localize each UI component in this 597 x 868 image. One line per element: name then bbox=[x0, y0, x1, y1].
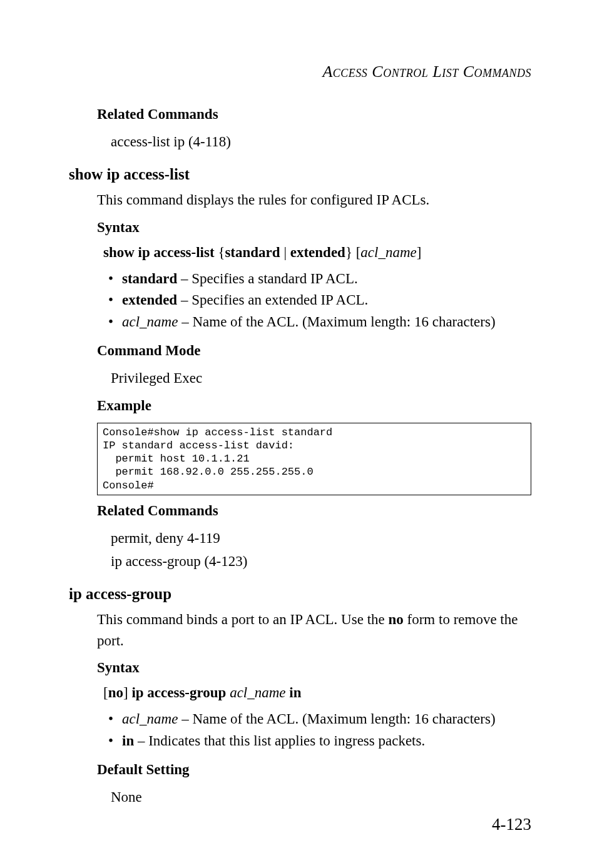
example-heading: Example bbox=[97, 398, 531, 414]
related-commands-text-1: access-list ip (4-118) bbox=[111, 131, 531, 152]
list-item: standard – Specifies a standard IP ACL. bbox=[122, 268, 531, 290]
syntax-bullets-2: acl_name – Name of the ACL. (Maximum len… bbox=[122, 709, 531, 752]
related-commands-line-1: permit, deny 4-119 bbox=[111, 528, 531, 548]
syntax-bullets-1: standard – Specifies a standard IP ACL. … bbox=[122, 268, 531, 333]
syntax-brace-open: { bbox=[215, 245, 225, 260]
syntax-aclname-2: acl_name bbox=[230, 685, 285, 700]
page-number: 4-123 bbox=[492, 815, 531, 834]
related-commands-heading-1: Related Commands bbox=[97, 106, 531, 123]
syntax-line-2: [no] ip access-group acl_name in bbox=[103, 685, 531, 701]
list-item: acl_name – Name of the ACL. (Maximum len… bbox=[122, 709, 531, 730]
syntax-no: no bbox=[108, 685, 123, 700]
bullet-text: – Specifies a standard IP ACL. bbox=[177, 271, 358, 286]
syntax-pipe: | bbox=[280, 245, 290, 260]
syntax-close-bracket: ] bbox=[417, 245, 422, 260]
command-description-1: This command displays the rules for conf… bbox=[97, 189, 531, 210]
default-setting-text: None bbox=[111, 787, 531, 807]
syntax-heading-1: Syntax bbox=[97, 220, 531, 236]
bullet-text: – Specifies an extended IP ACL. bbox=[177, 292, 368, 308]
default-setting-heading: Default Setting bbox=[97, 762, 531, 778]
page-container: Access Control List Commands Related Com… bbox=[0, 0, 597, 868]
list-item: in – Indicates that this list applies to… bbox=[122, 730, 531, 752]
running-header: Access Control List Commands bbox=[97, 63, 531, 81]
desc-part1: This command binds a port to an IP ACL. … bbox=[97, 612, 388, 627]
syntax-brace-close: } [ bbox=[345, 245, 360, 260]
bullet-text: – Name of the ACL. (Maximum length: 16 c… bbox=[178, 711, 495, 727]
command-heading-ip-access-group: ip access-group bbox=[69, 585, 531, 603]
related-commands-heading-2: Related Commands bbox=[97, 503, 531, 519]
syntax-extended: extended bbox=[290, 245, 345, 260]
syntax-bracket-close: ] bbox=[123, 685, 131, 700]
command-mode-heading: Command Mode bbox=[97, 343, 531, 359]
bullet-text: – Indicates that this list applies to in… bbox=[134, 733, 425, 749]
syntax-cmd-name-2: ip access-group bbox=[131, 685, 226, 700]
command-mode-text: Privileged Exec bbox=[111, 368, 531, 388]
syntax-standard: standard bbox=[225, 245, 280, 260]
bullet-keyword: acl_name bbox=[122, 711, 178, 727]
syntax-aclname: acl_name bbox=[360, 245, 416, 260]
bullet-keyword: extended bbox=[122, 292, 177, 308]
related-commands-line-2: ip access-group (4-123) bbox=[111, 551, 531, 572]
bullet-text: – Name of the ACL. (Maximum length: 16 c… bbox=[178, 314, 495, 330]
syntax-in: in bbox=[289, 685, 301, 700]
bullet-keyword: in bbox=[122, 733, 134, 749]
syntax-line-1: show ip access-list {standard | extended… bbox=[103, 245, 531, 261]
bullet-keyword: acl_name bbox=[122, 314, 178, 330]
example-code-block: Console#show ip access-list standard IP … bbox=[97, 423, 531, 495]
syntax-cmd-name: show ip access-list bbox=[103, 245, 215, 260]
bullet-keyword: standard bbox=[122, 271, 177, 286]
command-heading-show-ip-access-list: show ip access-list bbox=[69, 166, 531, 183]
syntax-bracket-open: [ bbox=[103, 685, 108, 700]
syntax-heading-2: Syntax bbox=[97, 660, 531, 676]
list-item: extended – Specifies an extended IP ACL. bbox=[122, 290, 531, 311]
desc-no-keyword: no bbox=[388, 612, 403, 627]
list-item: acl_name – Name of the ACL. (Maximum len… bbox=[122, 311, 531, 333]
command-description-2: This command binds a port to an IP ACL. … bbox=[97, 609, 531, 651]
